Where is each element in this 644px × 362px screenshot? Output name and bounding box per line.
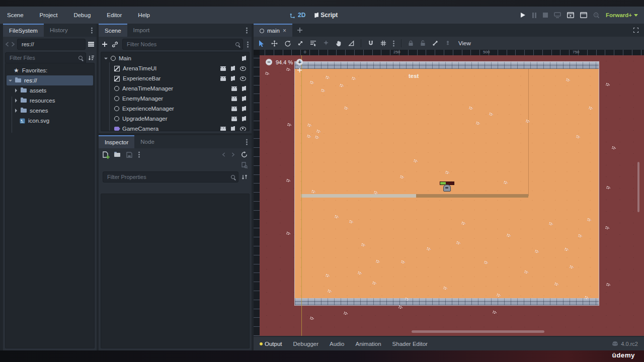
play-custom-scene-button[interactable] [580, 12, 587, 18]
scene-menu-icon[interactable] [246, 30, 248, 31]
groups-icon[interactable] [231, 117, 237, 121]
groups-icon[interactable] [220, 66, 226, 71]
attached-script-icon[interactable] [231, 76, 235, 81]
menu-debug[interactable]: Debug [71, 12, 93, 18]
node-row-gamecamera[interactable]: GameCamera [101, 124, 249, 131]
renderer-dropdown[interactable]: Forward+ [606, 12, 638, 18]
menu-scene[interactable]: Scene [5, 12, 26, 18]
canvas-2d[interactable]: test − 94.4 % + [260, 55, 644, 336]
groups-icon[interactable] [231, 86, 237, 91]
tab-scene[interactable]: Scene [99, 24, 127, 37]
tab-filesystem[interactable]: FileSystem [3, 24, 44, 37]
groups-icon[interactable] [220, 127, 226, 131]
pause-button[interactable] [532, 13, 537, 18]
snap-options-icon[interactable] [393, 43, 394, 44]
node-row-enemymanager[interactable]: EnemyManager [101, 94, 249, 104]
fs-item-icon-svg[interactable]: icon.svg [6, 116, 94, 126]
tab-history[interactable]: History [44, 24, 74, 37]
resource-options-icon[interactable] [138, 154, 140, 155]
split-mode-icon[interactable] [88, 41, 95, 47]
fs-item-scenes[interactable]: scenes [6, 106, 94, 116]
player-sprite[interactable] [443, 185, 451, 192]
open-docs-icon[interactable] [242, 162, 248, 168]
node-row-experiencemanager[interactable]: ExperienceManager [101, 104, 249, 114]
attached-script-icon[interactable] [242, 96, 246, 101]
history-forward-icon[interactable] [231, 152, 235, 157]
pan-tool-icon[interactable] [336, 40, 342, 47]
movie-maker-button[interactable] [593, 12, 600, 19]
path-field[interactable] [17, 39, 86, 50]
attached-script-icon[interactable] [242, 116, 246, 121]
groups-icon[interactable] [231, 107, 237, 111]
menu-editor[interactable]: Editor [105, 12, 124, 18]
nav-back-icon[interactable] [5, 42, 9, 47]
filesystem-menu-icon[interactable] [91, 30, 93, 31]
ruler-tool-icon[interactable] [348, 40, 354, 46]
node-row-upgrademanager[interactable]: UpgradeManager [101, 114, 249, 124]
grid-snap-icon[interactable] [380, 40, 386, 46]
dock-shader-editor[interactable]: Shader Editor [392, 341, 428, 347]
menu-help[interactable]: Help [136, 12, 152, 18]
instance-scene-button[interactable] [112, 41, 118, 48]
stop-button[interactable] [543, 13, 548, 18]
nav-forward-icon[interactable] [11, 42, 15, 47]
scene-tab-main[interactable]: main × [254, 24, 292, 37]
fs-item-resources[interactable]: resources [6, 96, 94, 106]
scale-tool-icon[interactable] [297, 40, 303, 46]
group-children-icon[interactable] [432, 40, 438, 46]
edit-history-icon[interactable] [241, 151, 248, 158]
filter-files-input[interactable] [5, 52, 86, 63]
dock-output[interactable]: Output [260, 341, 282, 347]
history-back-icon[interactable] [222, 152, 225, 157]
play-scene-button[interactable] [567, 12, 574, 18]
tab-import[interactable]: Import [127, 24, 156, 37]
new-resource-button[interactable] [103, 151, 108, 158]
inspector-menu-icon[interactable] [246, 141, 248, 143]
smart-snap-icon[interactable] [368, 40, 374, 46]
move-tool-icon[interactable] [271, 40, 278, 47]
groups-icon[interactable] [220, 76, 226, 81]
property-sort-icon[interactable] [242, 174, 248, 180]
sort-files-icon[interactable] [89, 55, 95, 61]
dock-audio[interactable]: Audio [330, 341, 344, 347]
save-resource-button[interactable] [126, 152, 132, 158]
node-row-arenatimemanager[interactable]: ArenaTimeManager [101, 83, 249, 94]
tab-2d[interactable]: 2D [289, 12, 305, 19]
attached-script-icon[interactable] [242, 86, 246, 91]
filter-nodes-input[interactable] [122, 39, 243, 50]
zoom-out-button[interactable]: − [266, 59, 272, 65]
groups-icon[interactable] [231, 97, 237, 101]
filter-properties-input[interactable] [103, 171, 238, 183]
fs-item-assets[interactable]: assets [6, 85, 94, 96]
visibility-icon[interactable] [240, 76, 246, 81]
unlock-icon[interactable] [420, 40, 426, 46]
attached-script-icon[interactable] [231, 126, 235, 131]
tab-inspector[interactable]: Inspector [99, 135, 134, 148]
attached-script-icon[interactable] [242, 106, 246, 111]
zoom-level[interactable]: 94.4 % [276, 59, 293, 65]
dock-animation[interactable]: Animation [355, 341, 381, 347]
vertical-scrollbar[interactable] [637, 162, 639, 212]
list-select-tool-icon[interactable] [310, 40, 316, 46]
visibility-icon[interactable] [240, 127, 246, 131]
new-scene-tab-button[interactable] [297, 28, 302, 33]
menu-project[interactable]: Project [38, 12, 60, 18]
close-tab-icon[interactable]: × [283, 28, 286, 34]
visibility-icon[interactable] [240, 66, 246, 71]
node-row-experiencebar[interactable]: ExperienceBar [101, 73, 249, 83]
lock-icon[interactable] [408, 40, 414, 46]
node-row-main[interactable]: Main [101, 53, 249, 63]
horizontal-scrollbar[interactable] [412, 330, 544, 333]
skeleton-options-icon[interactable] [445, 40, 451, 46]
scene-tree-options-icon[interactable] [247, 44, 249, 45]
rotate-tool-icon[interactable] [284, 40, 291, 47]
play-button[interactable] [520, 12, 526, 18]
selectable-toggle-icon[interactable] [323, 40, 329, 46]
remote-debug-button[interactable] [554, 12, 561, 18]
origin-gizmo-icon[interactable] [297, 68, 302, 72]
fs-item-res[interactable]: res:// [7, 75, 93, 85]
expand-viewport-icon[interactable] [633, 27, 639, 33]
node-row-arenatimeui[interactable]: ArenaTimeUI [101, 63, 249, 73]
select-tool-icon[interactable] [259, 40, 265, 47]
tab-node[interactable]: Node [134, 135, 160, 148]
